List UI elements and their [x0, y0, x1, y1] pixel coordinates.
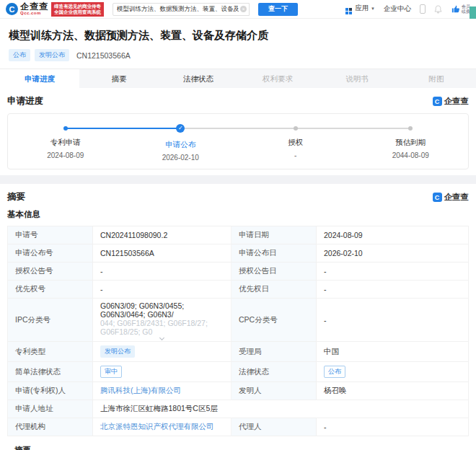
- top-navigation-bar: 企查查 Qcc.com 缔造有远见的商业传奇 全国企业信用查询系统 × 查一下 …: [0, 0, 476, 19]
- qcc-logo[interactable]: 企查查 Qcc.com: [6, 3, 48, 15]
- step-dot-pending: [294, 126, 298, 131]
- tab-legal-status[interactable]: 法律状态: [159, 69, 238, 88]
- tab-claims[interactable]: 权利要求: [238, 69, 317, 88]
- application-progress-section: 申请进度 企查查 专利申请 2024-08-09 申请公布 2026-02-10…: [0, 88, 476, 175]
- tab-description[interactable]: 说明书: [317, 69, 397, 88]
- table-row: 优先权号 - 优先权日 -: [8, 281, 468, 299]
- publish-status-badge: 公布: [9, 49, 30, 61]
- tab-figures[interactable]: 附图: [397, 69, 476, 88]
- grant-date: -: [317, 262, 468, 281]
- page-title: 模型训练方法、数据预测方法、装置、设备及存储介质: [9, 29, 467, 43]
- legal-status-tag: 公布: [324, 366, 345, 378]
- section-divider: [0, 175, 476, 184]
- abstract-text-block: 摘要 本申请提供了一种模型训练方法、数据预测方法、装置、设备及存储介质；方法包括…: [7, 436, 469, 450]
- tab-abstract[interactable]: 摘要: [79, 69, 159, 88]
- search-box: × 查一下: [113, 3, 298, 16]
- basic-info-table: 申请号 CN202411098090.2 申请日期 2024-08-09 申请公…: [7, 226, 469, 436]
- timeline-step-filed: 专利申请 2024-08-09: [8, 124, 123, 162]
- application-date: 2024-08-09: [317, 226, 468, 244]
- priority-date: -: [317, 281, 468, 299]
- tab-application-progress[interactable]: 申请进度: [0, 69, 79, 88]
- step-dot-done: [63, 126, 68, 131]
- agency-link[interactable]: 北京派特恩知识产权代理有限公司: [100, 422, 214, 432]
- table-row: 申请号 CN202411098090.2 申请日期 2024-08-09: [8, 226, 468, 244]
- qcc-watermark: 企查查: [433, 192, 470, 203]
- table-row: 代理机构 北京派特恩知识产权代理有限公司 代理人 -: [8, 418, 468, 436]
- inventor-name: 杨召唤: [317, 382, 468, 400]
- publication-date: 2026-02-10: [317, 244, 468, 262]
- search-input[interactable]: [113, 3, 250, 16]
- abstract-subtitle: 摘要: [14, 442, 462, 450]
- member-renew-badge[interactable]: 会员 续费: [451, 4, 470, 14]
- applicant-link[interactable]: 腾讯科技(上海)有限公司: [100, 386, 181, 396]
- table-row: 申请人地址 上海市徐汇区虹梅路1801号C区5层: [8, 400, 468, 418]
- grant-number: -: [93, 262, 232, 281]
- priority-number: -: [93, 281, 232, 299]
- qcc-watermark-icon: [433, 193, 442, 202]
- tab-bar: 申请进度 摘要 法律状态 权利要求 说明书 附图: [0, 69, 476, 88]
- cpc-classification: -: [317, 299, 468, 342]
- step-check-icon: [176, 124, 185, 133]
- abstract-section-title: 摘要: [7, 191, 25, 203]
- qcc-logo-text: 企查查: [20, 3, 48, 11]
- table-row: 简单法律状态 审中 法律状态 公布: [8, 362, 468, 382]
- progress-section-title: 申请进度: [7, 95, 43, 107]
- patent-type-tag: 发明公布: [100, 345, 135, 358]
- abstract-section: 摘要 企查查 基本信息 申请号 CN202411098090.2 申请日期 20…: [0, 184, 476, 450]
- qcc-logo-icon: [6, 3, 18, 15]
- patent-header: 模型训练方法、数据预测方法、装置、设备及存储介质 公布 发明公布 CN12150…: [0, 19, 476, 69]
- clear-search-icon[interactable]: ×: [240, 6, 247, 12]
- basic-info-title: 基本信息: [7, 209, 469, 220]
- timeline-step-granted: 授权 -: [238, 124, 353, 162]
- patent-type-badge: 发明公布: [35, 49, 69, 61]
- mobile-app-icon[interactable]: [420, 4, 426, 14]
- ipc-classification: G06N3/09; G06N3/0455; G06N3/0464; G06N3/…: [93, 299, 232, 342]
- publication-number: CN121503566A: [93, 244, 232, 262]
- patent-office: 中国: [317, 342, 468, 362]
- step-dot-pending: [408, 126, 413, 131]
- apps-grid-icon: [345, 8, 352, 14]
- table-row: 申请公布号 CN121503566A 申请公布日 2026-02-10: [8, 244, 468, 262]
- notification-bell-icon[interactable]: [434, 5, 442, 14]
- publication-number: CN121503566A: [76, 51, 131, 60]
- table-row: IPC分类号 G06N3/09; G06N3/0455; G06N3/0464;…: [8, 299, 468, 342]
- search-button[interactable]: 查一下: [258, 3, 298, 16]
- agent-name: -: [317, 418, 468, 436]
- table-row: 专利类型 发明公布 受理局 中国: [8, 342, 468, 362]
- nav-apps[interactable]: 应用 ▼: [345, 4, 375, 14]
- slogan-line2: 全国企业信用查询系统: [54, 9, 101, 15]
- floating-side-widget[interactable]: [470, 6, 476, 19]
- expand-chevron-down-icon[interactable]: [159, 335, 164, 340]
- table-row: 授权公告号 - 授权公告日 -: [8, 262, 468, 281]
- progress-timeline: 专利申请 2024-08-09 申请公布 2026-02-10 授权 - 预估到…: [7, 113, 469, 169]
- simple-legal-status-tag: 审中: [100, 366, 122, 378]
- qcc-watermark: 企查查: [433, 96, 470, 107]
- nav-enterprise-center[interactable]: 企业中心: [384, 4, 411, 14]
- table-row: 申请(专利权)人 腾讯科技(上海)有限公司 发明人 杨召唤: [8, 382, 468, 400]
- qcc-watermark-icon: [433, 97, 442, 106]
- applicant-address: 上海市徐汇区虹梅路1801号C区5层: [93, 400, 468, 418]
- slogan-badge: 缔造有远见的商业传奇 全国企业信用查询系统: [51, 2, 104, 17]
- thumbs-up-icon: [451, 4, 460, 14]
- application-number: CN202411098090.2: [93, 226, 232, 244]
- slogan-line1: 缔造有远见的商业传奇: [54, 4, 101, 9]
- timeline-step-published: 申请公布 2026-02-10: [123, 124, 239, 162]
- timeline-step-expiry: 预估到期 2044-08-09: [353, 124, 469, 162]
- chevron-down-icon: ▼: [371, 6, 375, 11]
